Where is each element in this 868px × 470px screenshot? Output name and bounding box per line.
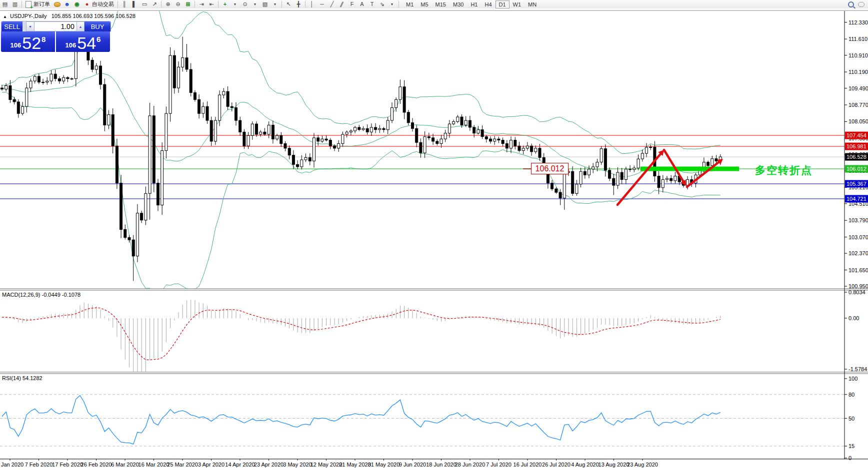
collapse-arrow-icon[interactable]: ▲	[3, 14, 7, 19]
chart-canvas[interactable]: 112.330111.610110.910110.190109.490108.7…	[0, 8, 868, 470]
buy-button[interactable]: BUY	[84, 21, 110, 31]
signal-icon[interactable]: ◉	[72, 0, 82, 8]
buy-price-pips: 54	[77, 35, 96, 50]
candle	[46, 81, 48, 82]
candle	[116, 146, 118, 183]
indicators-icon[interactable]: +	[220, 0, 230, 8]
search-icon[interactable]	[846, 0, 856, 8]
zoom-out-icon[interactable]: ⊖	[174, 0, 182, 8]
market-watch-icon[interactable]: ▤	[0, 0, 10, 8]
zoom-in-icon[interactable]: ⊕	[164, 0, 172, 8]
turning-point-label[interactable]: 多空转折点	[755, 163, 812, 177]
time-tick-label: 4 Aug 2020	[571, 462, 599, 468]
templates-dropdown-icon[interactable]: ▼	[270, 0, 280, 8]
chat-icon[interactable]	[856, 0, 866, 8]
candle	[165, 113, 168, 150]
candle	[514, 140, 516, 146]
timeframe-button-H4[interactable]: H4	[481, 0, 495, 8]
timeframe-button-W1[interactable]: W1	[510, 0, 525, 8]
candle	[420, 142, 422, 153]
volume-input[interactable]	[34, 21, 76, 31]
ohlc-values: 105.855 106.693 105.596 106.528	[52, 13, 136, 19]
vertical-line-icon[interactable]: │	[308, 0, 316, 8]
toolbar-separator	[218, 1, 218, 7]
candle	[173, 55, 176, 88]
candle	[288, 148, 290, 155]
candle	[374, 127, 377, 130]
tile-windows-icon[interactable]: ⊞	[184, 0, 192, 8]
crosshair-icon[interactable]: ╋	[294, 0, 303, 8]
macd-tick-label: 0.00	[848, 315, 859, 321]
time-tick-label: 3 May 2020	[283, 462, 312, 468]
styles-icon[interactable]	[52, 0, 62, 8]
data-window-icon[interactable]: ▥	[10, 0, 20, 8]
volume-increase-button[interactable]: ▲	[76, 21, 84, 31]
support-zone-bar[interactable]	[640, 167, 739, 171]
price-badge-label: 104.721	[846, 196, 866, 202]
candle	[152, 116, 155, 183]
label-tool-icon[interactable]: T	[368, 0, 376, 8]
text-tool-icon[interactable]: A	[358, 0, 366, 8]
candle	[206, 106, 208, 120]
candle	[296, 164, 299, 167]
price-tick-label: 103.790	[848, 217, 868, 223]
rsi-tick-label: 15	[848, 443, 854, 449]
trendline-icon[interactable]: ╱	[328, 0, 336, 8]
trade-panel-quotes: 106 52 8 106 54 6	[1, 31, 111, 52]
macd-indicator-label: MACD(12,26,9) -0.0449 -0.1078	[2, 292, 80, 298]
profile-icon[interactable]: ☻	[62, 0, 72, 8]
candle	[22, 106, 24, 113]
candle	[584, 171, 586, 175]
timeframe-button-M5[interactable]: M5	[417, 0, 432, 8]
chart-shift-icon[interactable]: ⇤	[207, 0, 216, 8]
rsi-tick-label: 0	[848, 455, 852, 461]
timeframe-button-M30[interactable]: M30	[450, 0, 467, 8]
candle	[54, 74, 56, 78]
timeframe-button-M15[interactable]: M15	[432, 0, 450, 8]
new-order-label[interactable]: 新订单	[34, 0, 50, 8]
volume-decrease-button[interactable]: ▼	[26, 21, 34, 31]
timeframe-button-H1[interactable]: H1	[467, 0, 481, 8]
timeframe-button-MN[interactable]: MN	[524, 0, 540, 8]
rsi-tick-label: 80	[848, 392, 854, 398]
timeframe-button-M1[interactable]: M1	[402, 0, 417, 8]
price-tick-label: 112.330	[848, 19, 868, 25]
sell-quote-button[interactable]: 106 52 8	[1, 31, 55, 52]
candle	[572, 171, 574, 193]
bar-chart-icon[interactable]: ▌	[130, 0, 139, 8]
indicators-dropdown-icon[interactable]: ▼	[230, 0, 240, 8]
macd-tick-label: -1.5784	[848, 366, 867, 372]
candle	[260, 132, 262, 134]
toolbar-separator	[118, 1, 118, 7]
price-annotation-box[interactable]: 106.012	[531, 163, 568, 174]
candle	[399, 87, 402, 100]
candlestick-chart-icon[interactable]: ▭	[140, 0, 149, 8]
tick-chart-icon[interactable]: ║	[120, 0, 129, 8]
cursor-icon[interactable]: ↖	[284, 0, 293, 8]
sell-button[interactable]: SELL	[2, 21, 22, 31]
macd-tick-label: 0.8034	[848, 289, 866, 295]
auto-scroll-icon[interactable]: ⇥	[197, 0, 206, 8]
candle	[124, 229, 126, 237]
candle	[481, 130, 484, 137]
autotrading-icon[interactable]: ●	[82, 0, 92, 8]
arrows-tool-icon[interactable]: ⇘	[378, 0, 386, 8]
candle	[637, 159, 640, 168]
candle	[214, 120, 216, 141]
candle	[284, 144, 286, 148]
periods-icon[interactable]: ⊙	[240, 0, 250, 8]
price-tick-label: 100.950	[848, 283, 868, 289]
timeframe-button-D1[interactable]: D1	[496, 0, 510, 8]
line-chart-icon[interactable]: ↗	[150, 0, 159, 8]
buy-quote-button[interactable]: 106 54 6	[56, 31, 110, 52]
equidistant-channel-icon[interactable]: ∥	[338, 0, 346, 8]
periods-dropdown-icon[interactable]: ▼	[250, 0, 260, 8]
candle	[494, 139, 496, 141]
new-order-icon[interactable]	[24, 0, 33, 8]
autotrading-label[interactable]: 自动交易	[92, 0, 114, 8]
fibonacci-icon[interactable]: F	[348, 0, 356, 8]
arrows-dropdown-icon[interactable]: ▼	[388, 0, 396, 8]
templates-icon[interactable]: ▧	[260, 0, 270, 8]
candle	[317, 138, 320, 141]
horizontal-line-icon[interactable]: ─	[318, 0, 326, 8]
